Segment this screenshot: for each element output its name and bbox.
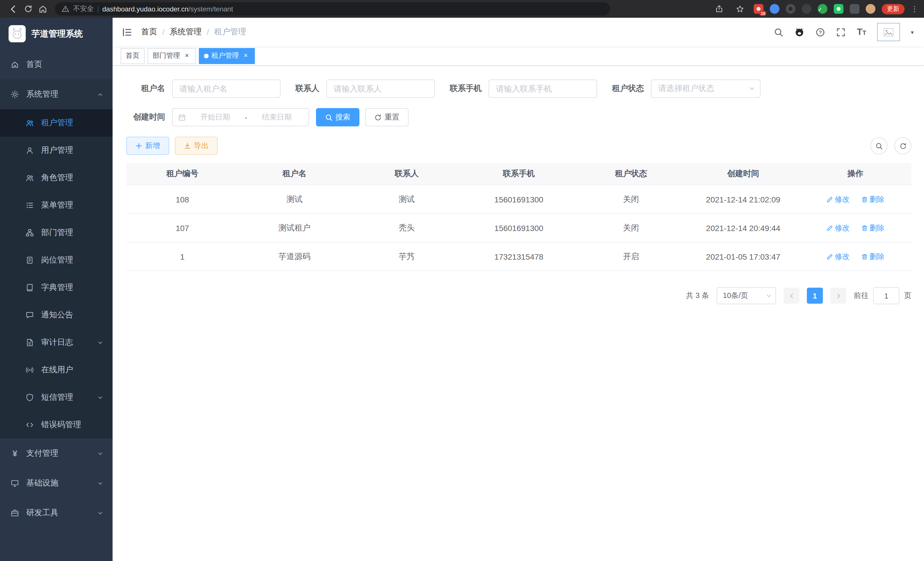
document-icon <box>25 338 34 347</box>
sidebar-item-payment[interactable]: ¥ 支付管理 <box>0 439 112 468</box>
sidebar-item-sms[interactable]: 短信管理 <box>0 384 112 411</box>
browser-update-button[interactable]: 更新 <box>882 4 904 14</box>
extension-dark-icon[interactable] <box>786 4 795 14</box>
select-caret-icon <box>766 293 772 299</box>
check-glyph: ✓ <box>818 6 823 13</box>
export-button[interactable]: 导出 <box>175 137 218 155</box>
filter-tenant-name: 租户名 <box>126 80 280 98</box>
start-date-placeholder: 开始日期 <box>189 112 242 122</box>
reset-button[interactable]: 重置 <box>365 108 409 126</box>
sidebar-item-dev-tools[interactable]: 研发工具 <box>0 498 112 528</box>
extension-password-icon[interactable]: 10 <box>754 4 764 14</box>
extension-badge: 10 <box>759 11 766 16</box>
pagination-total: 共 3 条 <box>686 290 709 301</box>
extension-dot <box>757 7 760 11</box>
org-tree-icon <box>25 229 34 237</box>
avatar-caret-down-icon[interactable]: ▾ <box>911 29 914 35</box>
sidebar-item-home[interactable]: 首页 <box>0 50 112 80</box>
extension-camera-icon[interactable] <box>802 4 812 14</box>
address-bar[interactable]: 不安全 dashboard.yudao.iocoder.cn/system/te… <box>55 2 610 15</box>
next-page-button[interactable] <box>830 288 846 304</box>
delete-link[interactable]: 删除 <box>861 251 885 262</box>
add-button[interactable]: 新增 <box>126 137 169 155</box>
font-size-icon[interactable]: TT <box>857 27 866 37</box>
breadcrumb-separator: / <box>162 27 165 37</box>
delete-link[interactable]: 删除 <box>861 194 885 205</box>
chevron-up-icon <box>97 91 104 98</box>
sidebar-item-role[interactable]: 角色管理 <box>0 164 112 192</box>
browser-refresh-button[interactable] <box>21 2 35 16</box>
tenant-name-input[interactable] <box>172 80 280 98</box>
chevron-down-icon <box>97 394 104 401</box>
browser-profile-avatar[interactable] <box>866 4 875 14</box>
pagination: 共 3 条 10条/页 1 前往 页 <box>126 287 911 304</box>
sidebar-item-online-users[interactable]: 在线用户 <box>0 356 112 384</box>
contact-input[interactable] <box>326 80 435 98</box>
sidebar-logo[interactable]: 芋道管理系统 <box>0 18 112 50</box>
breadcrumb-system[interactable]: 系统管理 <box>170 27 202 37</box>
tab-dept[interactable]: 部门管理 × <box>147 48 196 64</box>
status-select-placeholder: 请选择租户状态 <box>658 83 748 94</box>
sidebar-item-notice[interactable]: 通知公告 <box>0 301 112 329</box>
header-search-icon[interactable] <box>774 27 784 37</box>
address-divider <box>98 5 98 12</box>
help-icon[interactable]: ? <box>816 27 825 37</box>
extension-blue-icon[interactable] <box>770 4 779 14</box>
user-avatar[interactable] <box>877 23 900 41</box>
hamburger-icon[interactable] <box>112 18 141 46</box>
extension-check-icon[interactable]: ✓ <box>818 4 827 14</box>
sidebar-item-post[interactable]: 岗位管理 <box>0 247 112 274</box>
tab-close-icon[interactable]: × <box>242 52 250 60</box>
date-separator: - <box>245 113 248 122</box>
extension-chat-icon[interactable] <box>834 4 843 14</box>
monitor-icon <box>10 479 20 487</box>
phone-input[interactable] <box>489 80 597 98</box>
share-icon[interactable] <box>711 2 726 16</box>
fullscreen-icon[interactable] <box>836 27 846 37</box>
sidebar-item-user[interactable]: 用户管理 <box>0 137 112 164</box>
sidebar-item-system[interactable]: 系统管理 <box>0 80 112 109</box>
browser-home-button[interactable] <box>35 2 50 16</box>
status-select[interactable]: 请选择租户状态 <box>651 80 760 98</box>
briefcase-icon <box>10 509 20 517</box>
status-text: 开启 <box>575 242 687 271</box>
sidebar-item-tenant[interactable]: 租户管理 <box>0 109 112 137</box>
filter-create-time: 创建时间 开始日期 - 结束日期 <box>126 108 309 126</box>
sidebar-item-error-code[interactable]: 错误码管理 <box>0 411 112 439</box>
search-icon <box>875 142 883 150</box>
top-navbar: 首页 / 系统管理 / 租户管理 ? <box>112 18 924 46</box>
extension-puzzle-icon[interactable] <box>850 4 860 14</box>
edit-pencil-icon <box>826 253 833 260</box>
col-tenant-name: 租户名 <box>238 163 351 185</box>
sidebar-item-menu[interactable]: 菜单管理 <box>0 192 112 219</box>
page-number-1[interactable]: 1 <box>807 288 823 304</box>
sidebar-item-dict[interactable]: 字典管理 <box>0 274 112 301</box>
bookmark-star-icon[interactable] <box>733 2 747 16</box>
sidebar-item-infra[interactable]: 基础设施 <box>0 468 112 498</box>
search-button[interactable]: 搜索 <box>316 108 359 126</box>
date-range-picker[interactable]: 开始日期 - 结束日期 <box>172 108 309 126</box>
create-time-label: 创建时间 <box>126 112 165 122</box>
browser-menu-kebab-icon[interactable]: ⋮ <box>911 5 918 13</box>
tab-home[interactable]: 首页 <box>121 48 145 64</box>
toggle-search-button[interactable] <box>870 137 887 154</box>
plus-icon <box>135 142 142 149</box>
tab-close-icon[interactable]: × <box>183 52 191 60</box>
refresh-table-button[interactable] <box>894 137 911 154</box>
page-size-select[interactable]: 10条/页 <box>717 287 776 304</box>
github-icon[interactable] <box>795 27 805 37</box>
app-logo-image <box>9 25 26 42</box>
edit-link[interactable]: 修改 <box>826 223 850 233</box>
yen-icon: ¥ <box>10 450 20 457</box>
edit-link[interactable]: 修改 <box>826 251 850 262</box>
breadcrumb-home[interactable]: 首页 <box>141 27 157 37</box>
goto-page-input[interactable] <box>873 287 899 304</box>
prev-page-button[interactable] <box>783 288 800 304</box>
tab-tenant[interactable]: 租户管理 × <box>199 48 255 64</box>
breadcrumb-current: 租户管理 <box>214 27 246 37</box>
sidebar-item-dept[interactable]: 部门管理 <box>0 219 112 247</box>
sidebar-item-audit-log[interactable]: 审计日志 <box>0 329 112 356</box>
browser-back-button[interactable] <box>6 2 21 16</box>
edit-link[interactable]: 修改 <box>826 194 850 205</box>
delete-link[interactable]: 删除 <box>861 223 885 233</box>
